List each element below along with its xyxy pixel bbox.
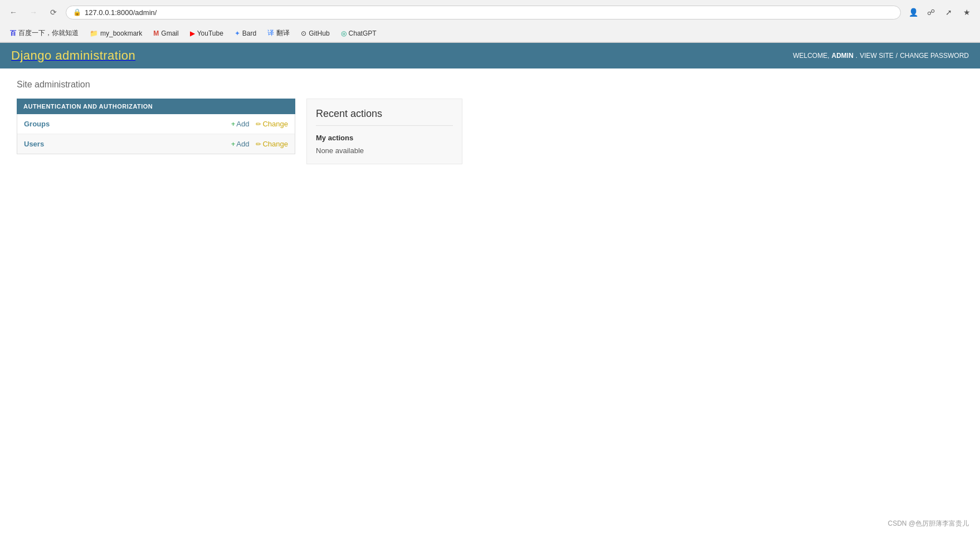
users-add-plus-icon: + (231, 140, 236, 148)
bookmark-bard[interactable]: ✦ Bard (230, 28, 261, 39)
bookmark-bard-label: Bard (242, 30, 256, 37)
browser-chrome: ← → ⟳ 🔒 👤 ☍ ➚ ★ 百 百度一下，你就知道 📁 my_bookmar… (0, 0, 980, 43)
bookmark-chatgpt[interactable]: ◎ ChatGPT (337, 28, 381, 39)
django-admin-title[interactable]: Django administration (11, 48, 135, 63)
users-actions: + Add ✏ Change (231, 140, 288, 148)
auth-section-header: AUTHENTICATION AND AUTHORIZATION (17, 99, 295, 114)
users-link[interactable]: Users (24, 140, 44, 148)
bookmark-youtube-label: YouTube (197, 30, 223, 37)
bookmark-youtube[interactable]: ▶ YouTube (186, 28, 228, 39)
header-nav: WELCOME, ADMIN . VIEW SITE / CHANGE PASS… (793, 52, 969, 60)
bookmark-fanyi-label: 翻译 (276, 28, 290, 38)
gmail-icon: M (153, 30, 159, 37)
main-content: Site administration AUTHENTICATION AND A… (0, 68, 980, 175)
lock-icon: 🔒 (73, 8, 81, 16)
browser-actions: 👤 ☍ ➚ ★ (905, 4, 974, 20)
bookmark-github-label: GitHub (309, 30, 329, 37)
forward-button[interactable]: → (26, 4, 41, 20)
table-row: Users + Add ✏ Change (17, 134, 295, 154)
header-separator-2: / (896, 52, 898, 60)
back-button[interactable]: ← (6, 4, 21, 20)
username-link[interactable]: ADMIN (832, 52, 854, 60)
django-title-text: Django administration (11, 48, 135, 62)
welcome-prefix: WELCOME, (793, 52, 829, 60)
bookmark-github[interactable]: ⊙ GitHub (296, 28, 334, 39)
groups-add-plus-icon: + (231, 120, 236, 128)
profile-button[interactable]: 👤 (905, 4, 921, 20)
content-layout: AUTHENTICATION AND AUTHORIZATION Groups … (17, 99, 963, 164)
users-add-link[interactable]: + Add (231, 140, 250, 148)
users-change-pencil-icon: ✏ (256, 140, 261, 148)
users-add-label: Add (236, 140, 249, 148)
bookmark-my-bookmark-label: my_bookmark (100, 30, 142, 37)
django-admin-header: Django administration WELCOME, ADMIN . V… (0, 43, 980, 68)
youtube-icon: ▶ (190, 30, 195, 37)
bookmark-gmail-label: Gmail (161, 30, 178, 37)
table-row: Groups + Add ✏ Change (17, 114, 295, 134)
bookmark-chatgpt-label: ChatGPT (349, 30, 377, 37)
groups-actions: + Add ✏ Change (231, 120, 288, 128)
my-actions-heading: My actions (316, 134, 453, 142)
bard-icon: ✦ (235, 30, 240, 37)
share-button[interactable]: ➚ (941, 4, 957, 20)
extensions-button[interactable]: ☍ (923, 4, 939, 20)
page-title: Site administration (17, 80, 963, 90)
bookmark-my-bookmark[interactable]: 📁 my_bookmark (85, 28, 147, 39)
bookmark-baidu-label: 百度一下，你就知道 (18, 28, 79, 38)
fanyi-icon: 译 (267, 28, 274, 38)
change-password-link[interactable]: CHANGE PASSWORD (900, 52, 969, 60)
view-site-link[interactable]: VIEW SITE (860, 52, 894, 60)
chatgpt-icon: ◎ (341, 30, 347, 37)
url-input[interactable] (85, 8, 894, 17)
groups-add-link[interactable]: + Add (231, 120, 250, 128)
groups-change-label: Change (262, 120, 288, 128)
users-change-link[interactable]: ✏ Change (256, 140, 288, 148)
browser-toolbar: ← → ⟳ 🔒 👤 ☍ ➚ ★ (0, 0, 980, 25)
bookmark-fanyi[interactable]: 译 翻译 (263, 27, 294, 40)
baidu-icon: 百 (10, 29, 16, 37)
address-bar: 🔒 (66, 6, 901, 19)
groups-add-label: Add (236, 120, 249, 128)
recent-actions-title: Recent actions (316, 108, 453, 126)
recent-actions-panel: Recent actions My actions None available (306, 99, 462, 164)
groups-change-link[interactable]: ✏ Change (256, 120, 288, 128)
auth-section: AUTHENTICATION AND AUTHORIZATION Groups … (17, 99, 295, 154)
github-icon: ⊙ (301, 30, 306, 37)
groups-link[interactable]: Groups (24, 120, 50, 128)
header-separator-1: . (856, 52, 857, 60)
bookmark-baidu[interactable]: 百 百度一下，你就知道 (6, 27, 83, 40)
none-available-text: None available (316, 146, 453, 155)
users-change-label: Change (262, 140, 288, 148)
groups-change-pencil-icon: ✏ (256, 120, 261, 128)
refresh-button[interactable]: ⟳ (46, 4, 61, 20)
auth-table: Groups + Add ✏ Change Users (17, 114, 295, 154)
bookmark-button[interactable]: ★ (959, 4, 974, 20)
folder-icon: 📁 (90, 30, 98, 37)
bookmark-gmail[interactable]: M Gmail (149, 28, 183, 39)
bookmarks-bar: 百 百度一下，你就知道 📁 my_bookmark M Gmail ▶ YouT… (0, 25, 980, 42)
